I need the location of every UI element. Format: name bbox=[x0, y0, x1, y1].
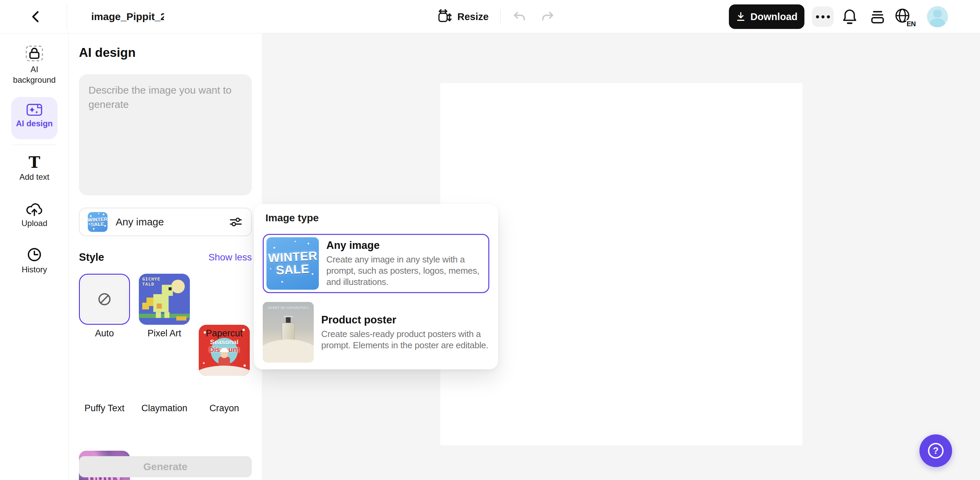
download-button[interactable]: Download bbox=[729, 5, 804, 29]
history-clock-icon bbox=[26, 246, 43, 263]
style-section-title: Style bbox=[79, 251, 104, 263]
style-name: Auto bbox=[79, 328, 130, 339]
resize-button[interactable]: Resize bbox=[436, 0, 488, 33]
sidebar-item-label: Upload bbox=[9, 218, 60, 228]
option-description: Create sales-ready product posters with … bbox=[321, 329, 489, 351]
none-icon bbox=[96, 291, 113, 308]
style-name: Claymation bbox=[139, 403, 190, 414]
image-type-selected-label: Any image bbox=[116, 216, 164, 228]
sidebar-item-add-text[interactable]: T Add text bbox=[0, 155, 69, 182]
redo-icon bbox=[540, 9, 555, 25]
bell-icon bbox=[840, 8, 859, 26]
sidebar-item-label: AI design bbox=[11, 118, 57, 129]
sidebar-item-ai-design[interactable]: AI design bbox=[11, 97, 57, 139]
style-tile-auto[interactable] bbox=[79, 274, 130, 325]
ai-design-panel: AI design WINTER SALE Any image Style Sh… bbox=[69, 33, 262, 480]
question-mark-icon: ? bbox=[928, 443, 943, 459]
style-header: Style Show less bbox=[79, 251, 252, 263]
resize-icon bbox=[436, 9, 452, 24]
option-title: Product poster bbox=[321, 314, 489, 326]
sidebar-item-history[interactable]: History bbox=[0, 246, 69, 275]
ellipsis-icon bbox=[816, 15, 819, 18]
sidebar-item-label: AI background bbox=[9, 64, 60, 85]
topbar-divider bbox=[500, 9, 501, 24]
ai-design-icon bbox=[26, 102, 43, 118]
assets-stack-button[interactable] bbox=[869, 8, 886, 26]
undo-button[interactable] bbox=[512, 9, 527, 25]
undo-icon bbox=[512, 9, 527, 25]
image-type-popup: Image type WINTER SALE Any image Create … bbox=[254, 204, 498, 369]
style-name: Papercut bbox=[199, 328, 250, 339]
style-name: Crayon bbox=[199, 403, 250, 414]
prompt-input[interactable] bbox=[79, 74, 252, 195]
redo-button[interactable] bbox=[540, 9, 555, 25]
stack-icon bbox=[869, 8, 886, 26]
option-title: Any image bbox=[326, 239, 485, 252]
sidebar-item-upload[interactable]: Upload bbox=[0, 201, 69, 228]
style-name: Pixel Art bbox=[139, 328, 190, 339]
option-description: Create any image in any style with a pro… bbox=[326, 254, 485, 288]
show-less-link[interactable]: Show less bbox=[208, 252, 252, 263]
sidebar-item-label: Add text bbox=[9, 172, 60, 182]
style-name: Puffy Text bbox=[79, 403, 130, 414]
option-any-image[interactable]: WINTER SALE Any image Create any image i… bbox=[263, 234, 489, 293]
more-options-button[interactable] bbox=[812, 6, 834, 27]
sidebar: AI background AI design T Add text Uploa… bbox=[0, 33, 69, 480]
generate-button[interactable]: Generate bbox=[79, 456, 252, 477]
upload-cloud-icon bbox=[25, 201, 44, 217]
add-text-icon: T bbox=[29, 153, 40, 172]
sidebar-item-label: History bbox=[9, 264, 60, 275]
popup-title: Image type bbox=[266, 212, 319, 224]
topbar-divider bbox=[67, 3, 67, 30]
document-title: image_Pippit_20 bbox=[91, 0, 164, 33]
back-button[interactable] bbox=[27, 8, 45, 26]
sidebar-item-ai-background[interactable]: AI background bbox=[0, 43, 69, 85]
style-tile-pixel-art[interactable]: GICHYE TALD bbox=[139, 274, 190, 325]
download-icon bbox=[736, 11, 746, 22]
avatar[interactable] bbox=[927, 6, 948, 27]
notifications-button[interactable] bbox=[840, 8, 859, 26]
any-image-thumbnail: WINTER SALE bbox=[88, 212, 108, 232]
option-product-poster[interactable]: SCENT OF ANTARCTICA Product poster Creat… bbox=[263, 302, 489, 362]
ai-background-icon bbox=[25, 43, 44, 63]
resize-label: Resize bbox=[457, 11, 488, 22]
papercut-kid-art bbox=[218, 357, 230, 370]
chevron-left-icon bbox=[29, 9, 43, 24]
product-poster-thumbnail: SCENT OF ANTARCTICA bbox=[263, 302, 314, 362]
top-bar: image_Pippit_20 Resize Downl bbox=[0, 0, 980, 33]
panel-title: AI design bbox=[79, 46, 136, 60]
language-code: EN bbox=[906, 20, 916, 27]
help-button[interactable]: ? bbox=[920, 434, 952, 467]
sidebar-divider bbox=[12, 145, 56, 145]
sliders-icon bbox=[229, 215, 243, 229]
image-type-selector[interactable]: WINTER SALE Any image bbox=[79, 208, 252, 236]
download-label: Download bbox=[750, 11, 798, 22]
any-image-thumbnail: WINTER SALE bbox=[266, 237, 319, 290]
language-button[interactable]: EN bbox=[894, 7, 914, 27]
